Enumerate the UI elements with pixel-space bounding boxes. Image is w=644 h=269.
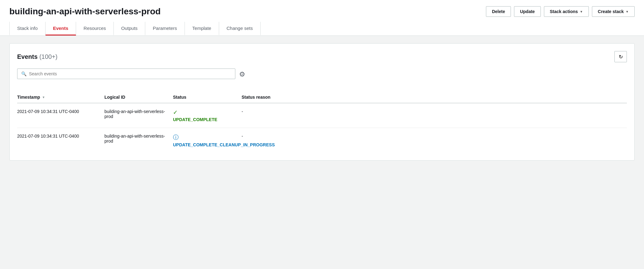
- cell-status-reason: -: [242, 109, 627, 114]
- header-buttons: Delete Update Stack actions ▼ Create sta…: [486, 6, 635, 17]
- cell-status-reason: -: [242, 134, 627, 139]
- create-stack-button[interactable]: Create stack ▼: [592, 6, 635, 17]
- cell-logical-id: building-an-api-with-serverless-prod: [104, 134, 173, 144]
- cell-logical-id: building-an-api-with-serverless-prod: [104, 109, 173, 119]
- tab-template[interactable]: Template: [185, 22, 219, 35]
- page-title: building-an-api-with-serverless-prod: [9, 7, 481, 17]
- status-complete-icon: ✓: [173, 109, 178, 116]
- tab-bar: Stack info Events Resources Outputs Para…: [9, 22, 635, 35]
- sort-icon[interactable]: ▼: [42, 96, 45, 99]
- tab-change-sets[interactable]: Change sets: [219, 22, 261, 35]
- table-row: 2021-07-09 10:34:31 UTC-0400 building-an…: [17, 103, 627, 128]
- events-section-title: Events (100+): [17, 53, 58, 60]
- tab-events[interactable]: Events: [46, 22, 76, 35]
- chevron-down-icon: ▼: [580, 10, 583, 13]
- search-input[interactable]: [29, 71, 231, 76]
- tab-outputs[interactable]: Outputs: [114, 22, 146, 35]
- refresh-icon: ↻: [619, 54, 623, 60]
- status-badge: UPDATE_COMPLETE: [173, 117, 237, 122]
- cell-status: ✓ UPDATE_COMPLETE: [173, 109, 242, 122]
- tab-stack-info[interactable]: Stack info: [9, 22, 46, 35]
- update-button[interactable]: Update: [514, 6, 541, 17]
- table-header: Timestamp ▼ Logical ID Status Status rea…: [17, 92, 627, 103]
- delete-button[interactable]: Delete: [486, 6, 511, 17]
- refresh-button[interactable]: ↻: [614, 51, 627, 62]
- column-header-timestamp: Timestamp ▼: [17, 95, 104, 100]
- status-badge: UPDATE_COMPLETE_CLEANUP_IN_PROGRESS: [173, 142, 237, 147]
- chevron-down-icon: ▼: [626, 10, 629, 13]
- column-header-status: Status: [173, 95, 242, 100]
- table-row: 2021-07-09 10:34:31 UTC-0400 building-an…: [17, 128, 627, 153]
- status-info-icon: ⓘ: [173, 134, 179, 141]
- column-header-status-reason: Status reason: [242, 95, 627, 100]
- search-icon: 🔍: [21, 71, 26, 76]
- tab-resources[interactable]: Resources: [76, 22, 114, 35]
- search-bar: 🔍: [17, 68, 235, 79]
- cell-timestamp: 2021-07-09 10:34:31 UTC-0400: [17, 134, 104, 139]
- stack-actions-button[interactable]: Stack actions ▼: [544, 6, 589, 17]
- settings-icon[interactable]: ⚙: [239, 70, 245, 78]
- cell-timestamp: 2021-07-09 10:34:31 UTC-0400: [17, 109, 104, 114]
- tab-parameters[interactable]: Parameters: [145, 22, 185, 35]
- cell-status: ⓘ UPDATE_COMPLETE_CLEANUP_IN_PROGRESS: [173, 134, 242, 147]
- column-header-logical-id: Logical ID: [104, 95, 173, 100]
- events-table: Timestamp ▼ Logical ID Status Status rea…: [17, 92, 627, 153]
